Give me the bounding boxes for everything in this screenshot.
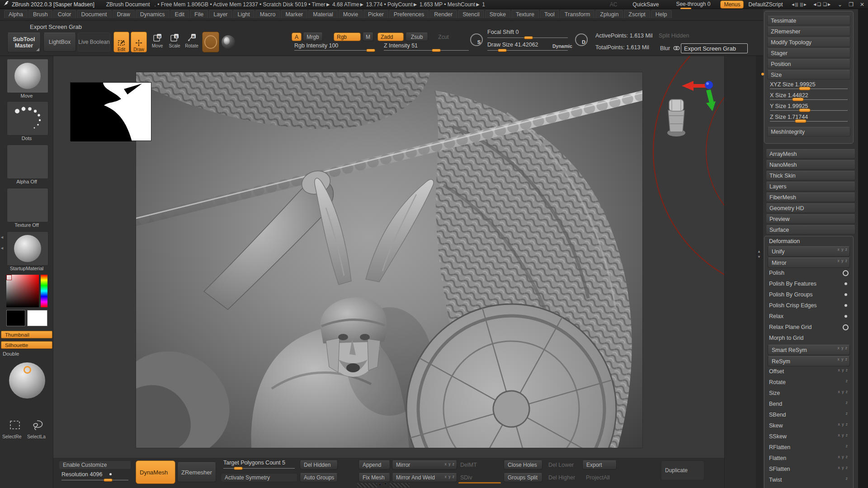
menu-stroke[interactable]: Stroke bbox=[485, 10, 510, 19]
fix-mesh-button[interactable]: Fix Mesh bbox=[359, 473, 390, 482]
default-zscript-button[interactable]: DefaultZScript bbox=[748, 1, 783, 8]
menu-file[interactable]: File bbox=[190, 10, 208, 19]
deform-rotate[interactable]: Rotatez bbox=[768, 378, 850, 388]
activate-symmetry-button[interactable]: Activate Symmetry bbox=[221, 473, 297, 482]
timeline-scrub-left[interactable] bbox=[357, 483, 377, 488]
timeline-scrub-right[interactable] bbox=[390, 483, 410, 488]
brush-thumbnail[interactable] bbox=[7, 59, 48, 93]
duplicate-button[interactable]: Duplicate bbox=[661, 460, 704, 480]
resolution-slider[interactable]: Resolution 4096 bbox=[59, 471, 131, 482]
deform-relax[interactable]: Relax bbox=[768, 312, 850, 322]
deform-polish-by-groups[interactable]: Polish By Groups bbox=[768, 291, 850, 300]
divider-expand-icon[interactable]: ▼ bbox=[757, 255, 761, 259]
menu-picker[interactable]: Picker bbox=[363, 10, 388, 19]
main-color-swatch[interactable] bbox=[6, 310, 25, 326]
move-button[interactable]: M Move bbox=[151, 33, 164, 52]
menu-light[interactable]: Light bbox=[233, 10, 255, 19]
x-size-slider[interactable]: X Size 1.44822 bbox=[767, 92, 850, 102]
shrink-right-icon[interactable]: |||► bbox=[800, 2, 807, 7]
lightbox-button[interactable]: LightBox bbox=[43, 33, 76, 52]
deform-relax-plane-grid[interactable]: Relax Plane Grid bbox=[768, 323, 850, 333]
restore-icon[interactable]: ❐ bbox=[849, 1, 854, 8]
deform-sflatten[interactable]: SFlattenx y z bbox=[768, 465, 850, 475]
scrub-up-icon[interactable]: ▲ bbox=[378, 482, 382, 486]
panel-item-preview[interactable]: Preview bbox=[766, 214, 855, 224]
mirror-button[interactable]: Mirrorx y z bbox=[392, 460, 457, 469]
export-button[interactable]: Export bbox=[582, 460, 617, 469]
zcut-button[interactable]: Zcut bbox=[436, 33, 451, 41]
panel-item-tessimate[interactable]: Tessimate bbox=[767, 16, 850, 25]
rotate-button[interactable]: R Rotate bbox=[184, 33, 199, 52]
dock-left-icon[interactable]: ◄❏ bbox=[812, 2, 821, 7]
auto-groups-button[interactable]: Auto Groups bbox=[300, 473, 338, 482]
mirror-and-weld-button[interactable]: Mirror And Weldx y z bbox=[392, 473, 457, 482]
append-button[interactable]: Append bbox=[359, 460, 390, 469]
dynamic-size-indicator-d[interactable]: D bbox=[575, 33, 588, 46]
menu-zscript[interactable]: Zscript bbox=[624, 10, 650, 19]
a-toggle[interactable]: A bbox=[292, 33, 302, 41]
deform-resym[interactable]: ReSymx y z bbox=[768, 356, 850, 366]
draw-button[interactable]: Draw bbox=[131, 32, 147, 52]
shelf-scroll-left2-icon[interactable]: ◄ bbox=[0, 246, 4, 250]
menu-alpha[interactable]: Alpha bbox=[4, 10, 28, 19]
panel-item-thick-skin[interactable]: Thick Skin bbox=[766, 171, 855, 180]
silhouette-button[interactable]: Silhouette bbox=[1, 341, 52, 349]
stroke-indicator[interactable] bbox=[202, 32, 219, 52]
deform-bend[interactable]: Bendz bbox=[768, 400, 850, 410]
menu-tool[interactable]: Tool bbox=[540, 10, 559, 19]
menu-marker[interactable]: Marker bbox=[281, 10, 307, 19]
scale-button[interactable]: S Scale bbox=[168, 33, 181, 52]
menu-color[interactable]: Color bbox=[53, 10, 76, 19]
select-lasso-button[interactable] bbox=[28, 418, 46, 433]
quicksave-button[interactable]: QuickSave bbox=[632, 1, 659, 8]
deform-offset[interactable]: Offsetx y z bbox=[768, 367, 850, 377]
deform-polish-by-features[interactable]: Polish By Features bbox=[768, 280, 850, 290]
draw-size-indicator-s[interactable]: S bbox=[470, 33, 483, 46]
panel-item-meshintegrity[interactable]: MeshIntegrity bbox=[767, 127, 850, 136]
menu-dynamics[interactable]: Dynamics bbox=[136, 10, 170, 19]
panel-item-surface[interactable]: Surface bbox=[766, 225, 855, 235]
deform-size[interactable]: Sizex y z bbox=[768, 389, 850, 399]
sdiv-button[interactable]: SDiv bbox=[460, 474, 472, 481]
close-holes-button[interactable]: Close Holes bbox=[504, 460, 542, 469]
material-sphere[interactable] bbox=[222, 35, 235, 49]
grab-link-icon[interactable] bbox=[673, 44, 680, 53]
divider-collapse-icon[interactable]: ▲ bbox=[757, 249, 761, 253]
deformation-title[interactable]: Deformation bbox=[769, 238, 800, 244]
deform-smart-resym[interactable]: Smart ReSymx y z bbox=[768, 345, 850, 355]
del-lower-button[interactable]: Del Lower bbox=[548, 462, 574, 468]
deform-polish[interactable]: Polish bbox=[768, 269, 850, 279]
menu-brush[interactable]: Brush bbox=[28, 10, 52, 19]
rgb-button[interactable]: Rgb bbox=[334, 33, 361, 41]
close-icon[interactable]: ✕ bbox=[860, 1, 864, 8]
panel-item-geometry-hd[interactable]: Geometry HD bbox=[766, 203, 855, 213]
thumbnail-button[interactable]: Thumbnail bbox=[1, 331, 52, 338]
export-screen-grab-field[interactable] bbox=[681, 43, 748, 53]
panel-item-modify-topology[interactable]: Modify Topology bbox=[767, 38, 850, 47]
delmt-button[interactable]: DelMT bbox=[460, 462, 477, 468]
menu-stencil[interactable]: Stencil bbox=[458, 10, 484, 19]
xyz-size-slider[interactable]: XYZ Size 1.99925 bbox=[767, 81, 850, 91]
canvas[interactable] bbox=[53, 56, 724, 457]
hue-bar[interactable] bbox=[41, 275, 47, 307]
rgb-intensity-slider[interactable]: Rgb Intensity 100 bbox=[292, 42, 377, 52]
menu-help[interactable]: Help bbox=[651, 10, 672, 19]
menu-macro[interactable]: Macro bbox=[255, 10, 280, 19]
scrub-down-icon[interactable]: ▼ bbox=[383, 482, 387, 486]
menu-movie[interactable]: Movie bbox=[339, 10, 363, 19]
secondary-color-swatch[interactable] bbox=[27, 310, 47, 326]
live-boolean-button[interactable]: Live Boolean bbox=[78, 33, 110, 52]
menu-draw[interactable]: Draw bbox=[113, 10, 135, 19]
del-hidden-button[interactable]: Del Hidden bbox=[300, 460, 338, 469]
y-size-slider[interactable]: Y Size 1.99925 bbox=[767, 103, 850, 113]
menu-edit[interactable]: Edit bbox=[170, 10, 189, 19]
dynamic-label[interactable]: Dynamic bbox=[552, 43, 572, 49]
shrink-left-icon[interactable]: ◄||| bbox=[791, 2, 798, 7]
deform-flatten[interactable]: Flattenx y z bbox=[768, 454, 850, 464]
dynamesh-button[interactable]: DynaMesh bbox=[136, 460, 175, 484]
texture-thumbnail[interactable] bbox=[7, 188, 48, 222]
deform-mirror[interactable]: Mirrorx y z bbox=[768, 258, 850, 268]
panel-item-size[interactable]: Size bbox=[767, 70, 850, 80]
menu-texture[interactable]: Texture bbox=[511, 10, 539, 19]
menu-transform[interactable]: Transform bbox=[560, 10, 595, 19]
